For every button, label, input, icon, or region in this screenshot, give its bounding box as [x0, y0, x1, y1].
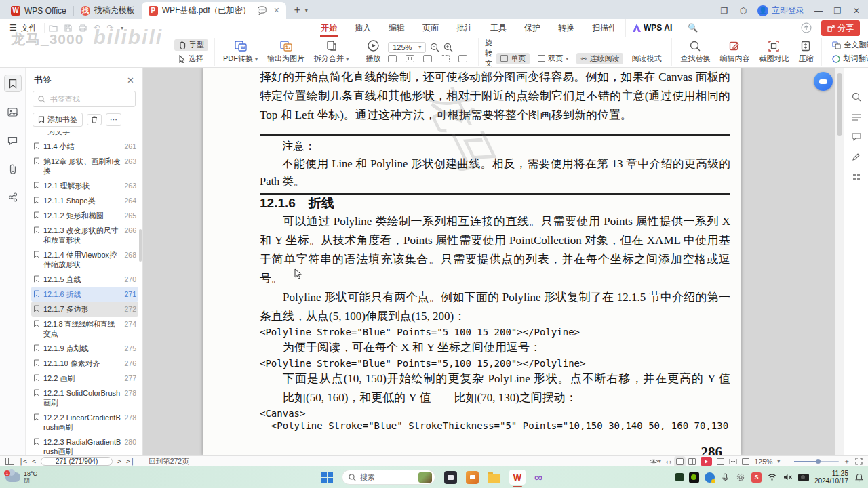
- bookmark-view-icon[interactable]: [742, 458, 749, 465]
- pdf-convert-button[interactable]: W PDF转换 ▾: [221, 40, 260, 64]
- single-page-button[interactable]: 单页: [496, 53, 530, 64]
- fullscreen-icon[interactable]: [855, 458, 863, 465]
- more-actions-button[interactable]: ⋯: [106, 113, 121, 126]
- fit-page-icon[interactable]: [717, 458, 724, 465]
- sidebar-tab-comments[interactable]: [4, 131, 22, 149]
- cloud-upload-icon[interactable]: [801, 22, 812, 33]
- last-page-icon[interactable]: >|: [126, 458, 134, 465]
- close-button[interactable]: ✕: [852, 6, 861, 16]
- sunlogin-tray-icon[interactable]: S: [751, 472, 762, 483]
- tab-list-caret-icon[interactable]: ▾: [304, 7, 308, 14]
- open-icon[interactable]: [49, 24, 58, 32]
- read-mode-button[interactable]: 阅读模式: [627, 53, 665, 64]
- zoom-caret-icon[interactable]: ▾: [777, 458, 780, 464]
- bookmark-item[interactable]: 12.1.3 改变形状的尺寸和放置形状266: [31, 223, 138, 247]
- bookmark-item[interactable]: 12.1.5 直线270: [31, 272, 138, 287]
- menu-page[interactable]: 页面: [414, 19, 448, 37]
- skin-icon[interactable]: ⬡: [738, 6, 748, 16]
- bookmark-item[interactable]: 12.1.4 使用Viewbox控件缩放形状268: [31, 247, 138, 272]
- single-page-view-icon[interactable]: [676, 458, 684, 465]
- sidebar-scrollbar-thumb[interactable]: [139, 229, 142, 262]
- bookmark-item[interactable]: 12.1 理解形状263: [31, 178, 138, 193]
- sidebar-tab-share[interactable]: [4, 188, 22, 206]
- menu-comment[interactable]: 批注: [448, 19, 481, 37]
- word-translate-button[interactable]: 划词翻译 ▾: [828, 53, 868, 64]
- prev-page-icon[interactable]: <: [32, 458, 36, 465]
- zoom-slider[interactable]: [794, 461, 839, 462]
- select-tool-button[interactable]: 选择: [174, 53, 208, 64]
- security-tray-icon[interactable]: [705, 472, 715, 483]
- zoom-level-dropdown[interactable]: 125% ▾: [388, 42, 426, 53]
- rail-comment-icon[interactable]: [852, 133, 861, 141]
- taskbar-search-box[interactable]: 搜索: [342, 470, 435, 485]
- fit-rotate-icon[interactable]: [458, 55, 467, 62]
- file-menu[interactable]: ☰ 文件: [0, 22, 44, 34]
- widgets-app-icon[interactable]: [466, 471, 479, 484]
- fit-width-icon[interactable]: [729, 458, 737, 465]
- bookmark-item[interactable]: 12.1.1 Shape类264: [31, 193, 138, 208]
- document-scrollbar-thumb[interactable]: [837, 73, 842, 136]
- taskbar-clock[interactable]: 11:25 2024/10/17: [814, 470, 848, 485]
- wifi-icon[interactable]: [767, 472, 777, 483]
- panel-close-icon[interactable]: ✕: [127, 75, 134, 85]
- rail-search-icon[interactable]: [852, 92, 861, 102]
- status-page-input[interactable]: [41, 457, 113, 466]
- rail-apps-icon[interactable]: [852, 173, 861, 181]
- bookmark-item[interactable]: 12.2.2 LinearGradientBrush画刷278: [31, 410, 138, 434]
- taskbar-weather-widget[interactable]: 1 18°C 阴: [0, 470, 37, 484]
- export-image-button[interactable]: 输出为图片: [265, 40, 307, 64]
- add-bookmark-button[interactable]: 添加书签: [33, 113, 83, 127]
- double-page-view-icon[interactable]: [688, 458, 696, 465]
- redo-icon[interactable]: ↷: [107, 23, 114, 33]
- bookmark-item[interactable]: 12.2 画刷277: [31, 371, 138, 386]
- hand-tool-button[interactable]: 手型: [174, 39, 208, 51]
- tab-template-doc[interactable]: 找 找稿壳模板: [74, 2, 142, 19]
- wps-taskbar-icon[interactable]: W: [509, 470, 526, 485]
- bookmark-item-selected[interactable]: 12.1.6 折线271: [31, 287, 138, 302]
- microphone-tray-icon[interactable]: [720, 472, 730, 483]
- zoom-in-button[interactable]: ＋: [844, 457, 851, 466]
- undo-icon[interactable]: ↶: [94, 23, 100, 33]
- share-button[interactable]: 分享: [821, 20, 860, 36]
- notification-bell-icon[interactable]: [854, 472, 864, 483]
- menu-convert[interactable]: 转换: [549, 19, 583, 37]
- tab-wpf-pdf[interactable]: P WPF基础.pdf（已加密） 💬 ✕: [142, 2, 287, 19]
- save-icon[interactable]: [64, 24, 72, 32]
- compress-button[interactable]: 压缩: [796, 40, 815, 64]
- zoom-in-icon[interactable]: [443, 43, 453, 52]
- zoom-out-icon[interactable]: [430, 43, 439, 52]
- bookmark-item[interactable]: 12.1.7 多边形272: [31, 302, 138, 317]
- bookmark-item[interactable]: 12.2.1 SolidColorBrush画刷278: [31, 386, 138, 410]
- settings-tray-icon[interactable]: [736, 472, 746, 483]
- print-icon[interactable]: [79, 24, 87, 32]
- menu-tools[interactable]: 工具: [481, 19, 515, 37]
- sidebar-tab-thumbnails[interactable]: [4, 103, 22, 121]
- fit-page-icon[interactable]: [423, 55, 432, 62]
- first-page-icon[interactable]: |<: [19, 458, 27, 465]
- bookmark-item[interactable]: 12.1.10 像素对齐276: [31, 356, 138, 371]
- play-button[interactable]: 播放: [363, 39, 382, 64]
- restore-button[interactable]: ❐: [833, 6, 842, 16]
- full-translate-button[interactable]: 全文翻译: [828, 39, 868, 51]
- menu-edit[interactable]: 编辑: [380, 19, 414, 37]
- play-slideshow-button[interactable]: [701, 457, 712, 466]
- document-scrollbar[interactable]: [835, 68, 844, 455]
- screenshot-compare-button[interactable]: 截图对比: [757, 40, 791, 64]
- workspace-icon[interactable]: ❐: [719, 6, 729, 16]
- wps-ai-button[interactable]: WPS AI: [625, 19, 679, 37]
- view-options-icon[interactable]: ▾: [649, 458, 661, 464]
- ribbon-search-icon[interactable]: 🔍: [679, 19, 707, 37]
- continuous-scroll-icon[interactable]: ⇿: [666, 458, 672, 466]
- bookmark-search-input[interactable]: [49, 94, 130, 104]
- tab-comment-icon[interactable]: 💬: [257, 6, 267, 15]
- status-zoom-value[interactable]: 125%: [754, 458, 772, 466]
- back-to-page-link[interactable]: 回到第272页: [149, 457, 189, 466]
- bookmark-item[interactable]: 11.4 小结261: [31, 139, 138, 154]
- bookmark-item[interactable]: 12.1.2 矩形和椭圆265: [31, 208, 138, 223]
- menu-protect[interactable]: 保护: [515, 19, 549, 37]
- double-page-button[interactable]: 双页 ▾: [534, 53, 572, 64]
- bookmark-item[interactable]: 12.1.9 点划线275: [31, 341, 138, 356]
- volume-muted-icon[interactable]: [783, 472, 793, 483]
- bookmark-search-box[interactable]: [33, 91, 136, 107]
- bookmark-item[interactable]: 12.2.3 RadialGradientBrush画刷280: [31, 434, 138, 455]
